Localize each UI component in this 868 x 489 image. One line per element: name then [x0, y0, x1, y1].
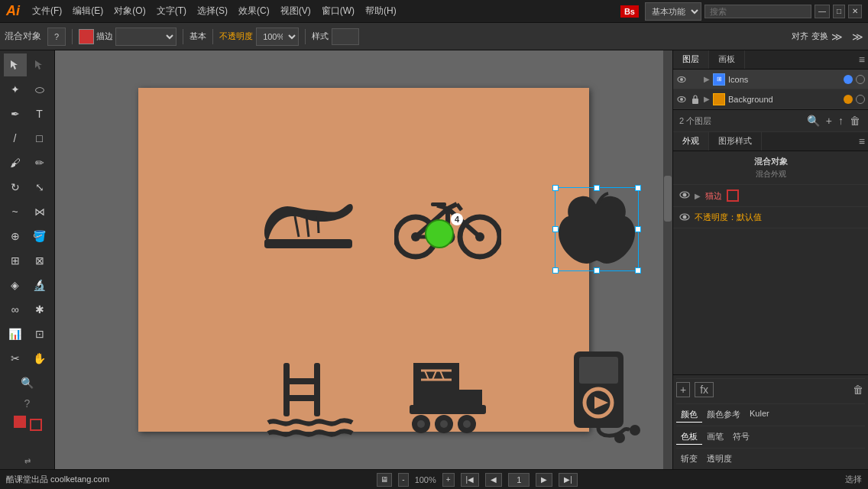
minimize-button[interactable]: — [815, 5, 830, 18]
more-options-icon[interactable]: ≫ [831, 31, 843, 43]
stroke-swatch-small[interactable] [30, 419, 42, 431]
describe-button[interactable]: ? [47, 28, 66, 46]
type-tool[interactable]: T [28, 102, 51, 125]
stroke-select[interactable] [115, 28, 177, 46]
page-number-input[interactable] [508, 473, 530, 487]
magic-wand-tool[interactable]: ✦ [4, 78, 27, 101]
rotate-tool[interactable]: ↻ [4, 176, 27, 199]
opacity-eye-icon[interactable] [679, 212, 690, 223]
svg-rect-15 [314, 363, 320, 416]
style-preview[interactable] [332, 28, 359, 45]
tab-color-ref[interactable]: 颜色参考 [702, 407, 745, 423]
bottom-right-panels: + fx 🗑 颜色 颜色参考 Kuler 色板 画笔 符号 斩变 透明度 [673, 374, 868, 469]
search-input[interactable] [704, 5, 811, 18]
tab-color[interactable]: 颜色 [676, 407, 702, 423]
tab-appearance[interactable]: 外观 [673, 132, 709, 151]
tab-kuler[interactable]: Kuler [745, 407, 774, 423]
artboard-tool[interactable]: ⊡ [28, 322, 51, 345]
nav-first-btn[interactable]: |◀ [461, 473, 480, 487]
tab-gradient[interactable]: 斩变 [676, 452, 702, 466]
appearance-panel-menu[interactable]: ≡ [856, 132, 868, 151]
canvas-scroll[interactable]: 4 [55, 50, 672, 469]
tab-swatches[interactable]: 色板 [676, 429, 702, 445]
vertical-scrollbar[interactable] [663, 50, 672, 469]
hand-tool[interactable]: ✋ [28, 347, 51, 370]
eyedropper-tool[interactable]: 🔬 [28, 274, 51, 296]
layer-target-background[interactable] [856, 95, 865, 104]
menu-text[interactable]: 文字(T) [152, 3, 191, 19]
layer-expand-icons[interactable]: ▶ [704, 75, 710, 83]
lasso-tool[interactable]: ⬭ [28, 78, 51, 101]
workspace-selector[interactable]: 基本功能 [645, 2, 701, 21]
zoom-tool[interactable]: 🔍 [16, 371, 39, 394]
zoom-in-btn[interactable]: + [442, 473, 455, 487]
tab-artboards[interactable]: 画板 [709, 50, 745, 69]
menu-select[interactable]: 选择(S) [193, 3, 232, 19]
nav-next-btn[interactable]: ▶ [536, 473, 552, 487]
tab-graphic-styles[interactable]: 图形样式 [709, 132, 762, 151]
tab-layers[interactable]: 图层 [673, 50, 709, 69]
layer-search-btn[interactable]: 🔍 [805, 113, 821, 128]
paintbrush-tool[interactable]: 🖌 [4, 151, 27, 174]
layer-lock-icons[interactable] [690, 74, 701, 85]
stroke-swatch[interactable] [79, 29, 94, 44]
perspective-tool[interactable]: ⊞ [4, 249, 27, 272]
tab-symbols[interactable]: 符号 [728, 429, 754, 445]
scale-tool[interactable]: ⤡ [28, 176, 51, 199]
nav-prev-btn[interactable]: ◀ [485, 473, 502, 487]
layer-target-icons[interactable] [856, 75, 865, 84]
width-tool[interactable]: ⋈ [28, 200, 51, 223]
mesh-tool[interactable]: ⊠ [28, 249, 51, 272]
tab-transparency[interactable]: 透明度 [702, 452, 737, 466]
layer-expand-background[interactable]: ▶ [704, 95, 710, 103]
symbol-tool[interactable]: ✱ [28, 298, 51, 321]
layer-eye-icons[interactable] [676, 74, 687, 85]
nav-last-btn[interactable]: ▶| [559, 473, 578, 487]
menu-edit[interactable]: 编辑(E) [68, 3, 108, 19]
layer-eye-background[interactable] [676, 94, 687, 105]
direct-select-tool[interactable] [28, 53, 51, 76]
rect-tool[interactable]: □ [28, 127, 51, 150]
stroke-expand-arrow[interactable]: ▶ [695, 192, 701, 200]
fill-swatch[interactable] [14, 416, 26, 428]
menu-view[interactable]: 视图(V) [276, 3, 316, 19]
select-tool[interactable] [4, 53, 27, 76]
warp-tool[interactable]: ~ [4, 200, 27, 223]
clear-appearance-btn[interactable]: 🗑 [851, 382, 865, 397]
layer-delete-btn[interactable]: 🗑 [848, 113, 862, 128]
live-paint-tool[interactable]: 🪣 [28, 225, 51, 248]
panel-toggle-icon[interactable]: ≫ [852, 31, 863, 43]
layer-add-btn[interactable]: + [824, 113, 834, 128]
layer-row-icons[interactable]: ▶ ⊞ Icons [673, 70, 868, 89]
layer-lock-background[interactable] [690, 94, 701, 105]
scrollbar-thumb[interactable] [664, 176, 672, 222]
zoom-out-btn[interactable]: - [398, 473, 408, 487]
add-new-stroke-btn[interactable]: + [676, 382, 690, 397]
gradient-tool[interactable]: ◈ [4, 274, 27, 296]
pencil-tool[interactable]: ✏ [28, 151, 51, 174]
tab-brushes[interactable]: 画笔 [702, 429, 728, 445]
shape-builder-tool[interactable]: ⊕ [4, 225, 27, 248]
menu-effect[interactable]: 效果(C) [234, 3, 274, 19]
menu-help[interactable]: 帮助(H) [361, 3, 401, 19]
status-icon-btn[interactable]: 🖥 [377, 473, 392, 487]
close-button[interactable]: ✕ [848, 5, 862, 18]
pen-tool[interactable]: ✒ [4, 102, 27, 125]
swap-icon[interactable]: ⇄ [24, 457, 31, 465]
slice-tool[interactable]: ✂ [4, 347, 27, 370]
menu-object[interactable]: 对象(O) [109, 3, 150, 19]
bar-chart-tool[interactable]: 📊 [4, 322, 27, 345]
help-tool[interactable]: ? [24, 397, 31, 410]
layers-panel-menu[interactable]: ≡ [856, 50, 868, 69]
menu-window[interactable]: 窗口(W) [317, 3, 359, 19]
line-tool[interactable]: / [4, 127, 27, 150]
stroke-eye-icon[interactable] [679, 190, 690, 201]
stroke-color-swatch[interactable] [727, 189, 739, 202]
opacity-select[interactable]: 100% [256, 28, 299, 46]
layer-row-background[interactable]: ▶ Background [673, 89, 868, 109]
fx-button[interactable]: fx [695, 382, 714, 397]
menu-file[interactable]: 文件(F) [28, 3, 66, 19]
maximize-button[interactable]: □ [833, 5, 845, 18]
blend-tool[interactable]: ∞ [4, 298, 27, 321]
layer-move-btn[interactable]: ↑ [837, 113, 845, 128]
